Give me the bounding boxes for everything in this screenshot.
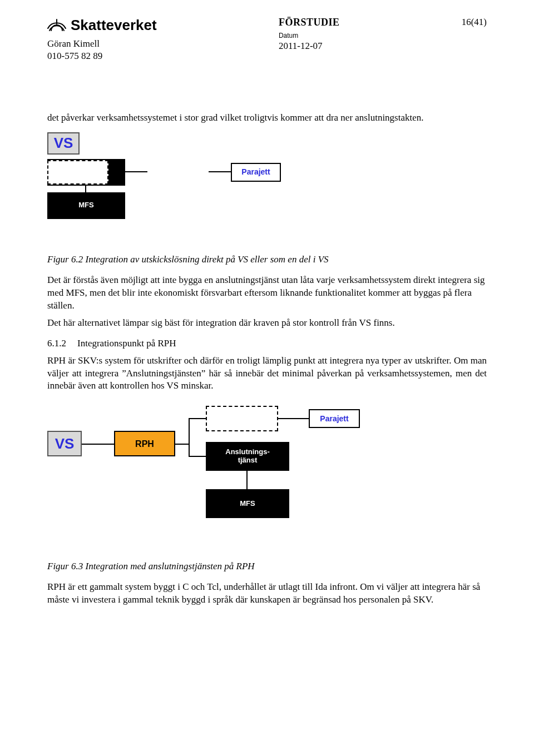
ansl-line1: Anslutnings- xyxy=(225,448,269,456)
vs-box: VS xyxy=(47,431,82,456)
rph-box: RPH xyxy=(114,431,175,456)
logo: Skatteverket xyxy=(47,17,157,34)
mfs-box: MFS xyxy=(206,489,289,518)
connector-line xyxy=(246,471,248,489)
author-phone: 010-575 82 89 xyxy=(47,51,157,62)
connector-line xyxy=(209,171,231,172)
author-name: Göran Kimell xyxy=(47,38,157,49)
content: det påverkar verksamhetssystemet i stor … xyxy=(47,112,487,606)
paragraph-3: RPH är SKV:s system för utskrifter och d… xyxy=(47,355,487,393)
figure-6-2-diagram: VS Anslutnings- tjänst MFS Parajett xyxy=(47,132,309,243)
logo-text: Skatteverket xyxy=(71,17,157,34)
figure-6-3-caption: Figur 6.3 Integration med anslutningstjä… xyxy=(47,560,487,573)
dashed-box xyxy=(206,406,278,431)
header: Skatteverket Göran Kimell 010-575 82 89 … xyxy=(47,17,487,62)
connector-line xyxy=(85,186,86,192)
header-center: FÖRSTUDIE Datum 2011-12-07 xyxy=(279,17,340,52)
connector-line xyxy=(175,444,189,445)
intro-paragraph: det påverkar verksamhetssystemet i stor … xyxy=(47,112,487,125)
page-number: 16(41) xyxy=(462,17,487,28)
connector-line xyxy=(125,171,147,172)
section-title: Integrationspunkt på RPH xyxy=(77,337,176,350)
connector-line xyxy=(189,418,206,419)
connector-line xyxy=(82,444,114,445)
figure-6-2-caption: Figur 6.2 Integration av utskickslösning… xyxy=(47,253,487,266)
skatteverket-logo-icon xyxy=(47,18,66,33)
vs-box: VS xyxy=(47,132,80,155)
ansl-line2: tjänst xyxy=(238,456,258,465)
doc-type-title: FÖRSTUDIE xyxy=(279,17,340,28)
section-number: 6.1.2 xyxy=(47,337,66,350)
parajett-box: Parajett xyxy=(231,163,281,182)
figure-6-3-diagram: VS RPH Anslutnings- tjänst MFS Parajett xyxy=(47,400,392,550)
header-left: Skatteverket Göran Kimell 010-575 82 89 xyxy=(47,17,157,62)
connector-line xyxy=(278,418,309,419)
parajett-box: Parajett xyxy=(309,409,360,428)
datum-label: Datum xyxy=(279,32,340,39)
paragraph-2: Det här alternativet lämpar sig bäst för… xyxy=(47,317,487,330)
mfs-box: MFS xyxy=(47,192,125,219)
connector-line xyxy=(189,456,206,457)
connector-line xyxy=(189,418,190,457)
anslutningstjanst-box: Anslutnings- tjänst xyxy=(206,442,289,471)
paragraph-4: RPH är ett gammalt system byggt i C och … xyxy=(47,581,487,606)
section-6-1-2-heading: 6.1.2 Integrationspunkt på RPH xyxy=(47,337,487,350)
doc-date: 2011-12-07 xyxy=(279,41,340,52)
dashed-box xyxy=(47,160,108,185)
paragraph-1: Det är förstås även möjligt att inte byg… xyxy=(47,274,487,312)
page: Skatteverket Göran Kimell 010-575 82 89 … xyxy=(0,0,534,756)
